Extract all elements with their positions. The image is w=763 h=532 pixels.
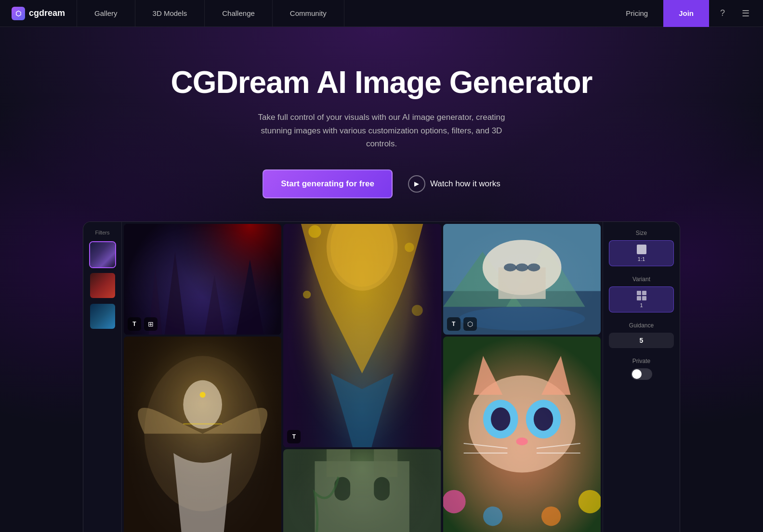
nav-community[interactable]: Community (273, 0, 344, 26)
menu-icon[interactable]: ☰ (736, 4, 755, 23)
filter-thumb-3[interactable] (89, 303, 116, 330)
svg-point-48 (483, 506, 502, 526)
image-cell-2[interactable]: T (283, 224, 441, 447)
svg-marker-6 (234, 260, 265, 335)
svg-point-25 (482, 240, 561, 295)
variant-value-label: 1 (640, 302, 643, 308)
cube-badge-3[interactable]: ⬡ (463, 317, 477, 331)
image-grid: T ⊞ (122, 222, 603, 532)
logo[interactable]: ⬡ cgdream (0, 7, 77, 20)
private-label: Private (609, 358, 674, 364)
svg-marker-23 (443, 252, 522, 307)
variant-grid-icon (637, 291, 646, 300)
svg-point-20 (412, 305, 423, 316)
svg-point-29 (527, 263, 540, 271)
image-cell-5[interactable]: T (443, 337, 601, 532)
app-demo: Filters (83, 221, 680, 532)
svg-rect-37 (443, 337, 601, 532)
nav-join-button[interactable]: Join (663, 0, 709, 27)
svg-point-40 (483, 400, 518, 439)
text-badge-1[interactable]: T (128, 317, 141, 331)
svg-point-41 (526, 400, 561, 439)
svg-point-18 (405, 243, 414, 252)
svg-point-16 (331, 224, 394, 287)
variant-option-1[interactable]: 1 (609, 286, 674, 312)
svg-point-19 (303, 291, 311, 298)
logo-text: cgdream (29, 8, 65, 18)
text-badge-3[interactable]: T (447, 317, 460, 331)
nav-links: Gallery 3D Models Challenge Community (77, 0, 606, 26)
svg-marker-5 (203, 275, 226, 335)
svg-point-39 (468, 376, 575, 473)
svg-point-33 (145, 356, 261, 511)
cta-generate-button[interactable]: Start generating for free (263, 169, 393, 198)
image-cell-3[interactable]: T ⬡ (443, 224, 601, 335)
svg-point-35 (200, 392, 206, 398)
svg-marker-44 (473, 356, 502, 395)
size-section: Size 1:1 (609, 230, 674, 266)
svg-rect-32 (124, 337, 281, 532)
nav-gallery[interactable]: Gallery (77, 0, 135, 26)
svg-rect-73 (327, 449, 350, 477)
svg-rect-31 (124, 337, 281, 532)
private-toggle[interactable] (631, 368, 652, 380)
svg-point-30 (459, 307, 585, 330)
svg-rect-74 (374, 449, 398, 477)
help-icon[interactable]: ? (713, 4, 732, 23)
svg-line-51 (463, 443, 507, 448)
demo-main: Filters (83, 222, 680, 532)
nav-right: Pricing Join ? ☰ (606, 0, 763, 27)
svg-point-43 (534, 407, 553, 430)
svg-rect-38 (443, 337, 601, 532)
svg-rect-14 (283, 224, 441, 447)
image-cell-4[interactable]: T ⟳ (124, 337, 281, 532)
svg-marker-45 (541, 356, 571, 395)
guidance-option[interactable]: 5 (609, 333, 674, 348)
right-panel: Size 1:1 Variant (603, 222, 680, 532)
image-4-bg (124, 337, 281, 532)
filter-thumb-1-preview (90, 242, 115, 267)
svg-point-34 (183, 380, 222, 429)
variant-section: Variant 1 (609, 276, 674, 312)
size-option-1-1[interactable]: 1:1 (609, 240, 674, 266)
navbar: ⬡ cgdream Gallery 3D Models Challenge Co… (0, 0, 763, 27)
size-label: Size (609, 230, 674, 236)
svg-point-49 (541, 506, 561, 526)
filter-thumb-3-preview (90, 304, 115, 329)
watch-label: Watch how it works (430, 179, 500, 189)
watch-button[interactable]: ▶ Watch how it works (408, 175, 500, 193)
svg-rect-13 (283, 224, 441, 447)
image-cell-7[interactable] (283, 449, 441, 532)
svg-marker-24 (506, 244, 585, 307)
image-5-bg (443, 337, 601, 532)
filter-thumb-2-preview (90, 273, 115, 298)
guidance-value: 5 (640, 337, 644, 344)
filter-thumb-1[interactable] (89, 241, 116, 268)
svg-point-15 (327, 224, 397, 291)
nav-3d-models[interactable]: 3D Models (135, 0, 205, 26)
nav-challenge[interactable]: Challenge (205, 0, 273, 26)
text-badge-2[interactable]: T (287, 430, 301, 443)
image-cell-1[interactable]: T ⊞ (124, 224, 281, 335)
svg-marker-4 (163, 252, 187, 335)
svg-line-53 (537, 443, 580, 448)
guidance-label: Guidance (609, 322, 674, 329)
svg-rect-26 (498, 267, 545, 298)
style-badge-1[interactable]: ⊞ (144, 317, 158, 331)
hero-section: CGDream AI Image Generator Take full con… (0, 27, 763, 532)
svg-point-17 (309, 225, 321, 238)
svg-rect-71 (283, 449, 441, 532)
size-1-1-icon (637, 245, 646, 254)
svg-rect-79 (374, 477, 390, 501)
image-2-bg (283, 224, 441, 447)
image-3-overlay: T ⬡ (447, 317, 477, 331)
nav-pricing[interactable]: Pricing (614, 0, 659, 27)
svg-rect-12 (283, 224, 441, 447)
svg-rect-72 (315, 461, 409, 532)
svg-point-47 (443, 490, 466, 513)
private-section: Private (609, 358, 674, 380)
filter-thumb-2[interactable] (89, 272, 116, 299)
svg-rect-70 (283, 449, 441, 532)
svg-rect-22 (443, 224, 601, 291)
logo-icon: ⬡ (12, 7, 25, 20)
